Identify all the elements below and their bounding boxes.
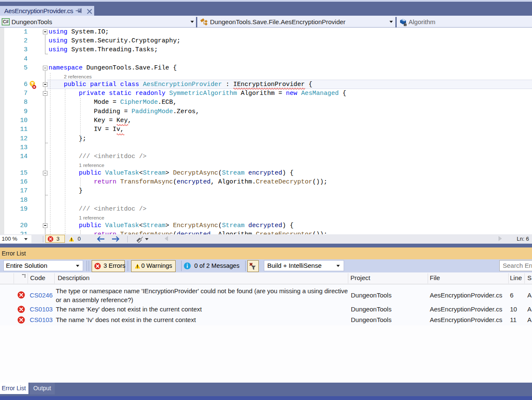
svg-text:C#: C#	[3, 19, 9, 24]
